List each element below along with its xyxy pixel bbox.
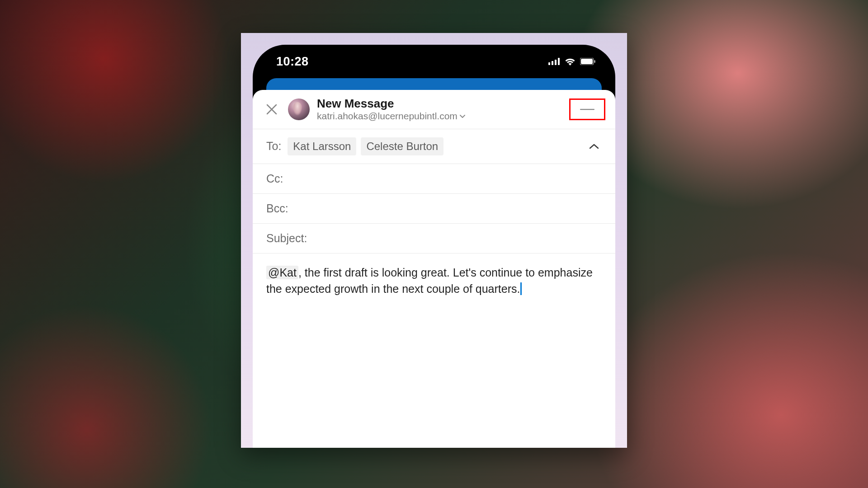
phone-device: 10:28 xyxy=(253,45,615,448)
wifi-icon xyxy=(565,57,576,66)
mention-chip[interactable]: @Kat xyxy=(266,266,298,279)
from-email: katri.ahokas@lucernepubintl.com xyxy=(317,111,458,122)
cellular-icon xyxy=(548,58,560,65)
svg-rect-0 xyxy=(548,62,550,65)
bcc-field[interactable]: Bcc: xyxy=(253,194,615,224)
svg-rect-3 xyxy=(558,58,560,65)
to-recipients: Kat Larsson Celeste Burton xyxy=(288,137,580,155)
svg-rect-6 xyxy=(594,60,595,63)
status-time: 10:28 xyxy=(276,55,309,69)
close-button[interactable] xyxy=(263,100,281,118)
screenshot-frame: 10:28 xyxy=(241,33,627,448)
text-cursor xyxy=(520,282,522,295)
battery-icon xyxy=(580,58,595,65)
collapse-recipients-toggle[interactable] xyxy=(586,141,602,152)
svg-rect-1 xyxy=(552,61,553,65)
close-icon xyxy=(265,103,278,116)
sender-avatar[interactable] xyxy=(288,99,310,120)
to-label: To: xyxy=(266,140,281,153)
bcc-label: Bcc: xyxy=(266,202,288,215)
cc-field[interactable]: Cc: xyxy=(253,164,615,194)
recipient-chip[interactable]: Celeste Burton xyxy=(361,137,443,155)
status-icons xyxy=(548,57,595,66)
recipient-chip[interactable]: Kat Larsson xyxy=(288,137,356,155)
header-text: New Message katri.ahokas@lucernepubintl.… xyxy=(317,97,562,122)
chevron-up-icon xyxy=(588,143,600,150)
svg-rect-5 xyxy=(581,59,593,64)
to-field[interactable]: To: Kat Larsson Celeste Burton xyxy=(253,129,615,164)
status-bar: 10:28 xyxy=(253,45,615,78)
minimize-button[interactable] xyxy=(569,99,605,120)
minimize-icon xyxy=(580,108,594,110)
svg-rect-2 xyxy=(555,60,557,65)
compose-sheet: New Message katri.ahokas@lucernepubintl.… xyxy=(253,90,615,448)
compose-title: New Message xyxy=(317,97,562,111)
from-account-selector[interactable]: katri.ahokas@lucernepubintl.com xyxy=(317,111,562,122)
compose-header: New Message katri.ahokas@lucernepubintl.… xyxy=(253,90,615,129)
svg-rect-7 xyxy=(580,109,594,110)
subject-field[interactable]: Subject: xyxy=(253,224,615,253)
message-body[interactable]: @Kat, the first draft is looking great. … xyxy=(253,253,615,448)
subject-label: Subject: xyxy=(266,232,307,245)
body-text: , the first draft is looking great. Let'… xyxy=(266,266,593,295)
chevron-down-icon xyxy=(459,114,466,118)
cc-label: Cc: xyxy=(266,172,283,185)
app-background-strip xyxy=(266,78,602,91)
